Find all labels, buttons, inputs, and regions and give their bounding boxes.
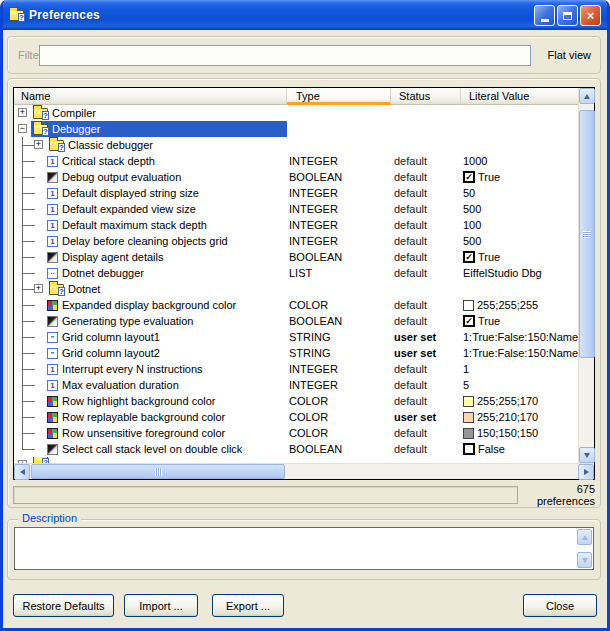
table-row[interactable]: Row unsensitive foreground color COLOR d… [14,425,578,441]
table-row[interactable]: 1 Interrupt every N instructions INTEGER… [14,361,578,377]
row-label[interactable]: Row unsensitive foreground color [62,427,225,439]
table-row[interactable]: Display agent details BOOLEAN default ✓T… [14,249,578,265]
table-row[interactable]: ” Grid column layout1 STRING user set 1:… [14,329,578,345]
name-cell: Debug output evaluation [14,169,287,185]
table-row[interactable]: Row replayable background color COLOR us… [14,409,578,425]
cell-status: default [391,217,461,233]
row-label[interactable]: Critical stack depth [62,155,155,167]
description-scroll-down-button[interactable] [577,552,592,568]
row-label[interactable]: Grid column layout1 [62,331,160,343]
row-label[interactable]: Default expanded view size [62,203,196,215]
table-row[interactable]: 1 Default displayed string size INTEGER … [14,185,578,201]
table-row[interactable]: 1 Max evaluation duration INTEGER defaul… [14,377,578,393]
value-checkbox[interactable] [463,443,475,455]
table-row[interactable]: 1 Delay before cleaning objects grid INT… [14,233,578,249]
horizontal-scroll-track[interactable] [30,464,578,479]
row-main: .. Dotnet debugger [45,265,147,281]
row-label[interactable]: Row replayable background color [62,411,225,423]
table-row[interactable]: ” Grid column layout2 STRING user set 1:… [14,345,578,361]
row-label[interactable]: Default maximum stack depth [62,219,207,231]
cell-type: INTEGER [287,377,391,393]
cell-type [287,105,391,121]
filter-input[interactable] [39,45,531,66]
vertical-scroll-thumb[interactable] [579,110,595,358]
tree-expander[interactable]: + [18,460,27,463]
type-icon: 1 [47,220,58,231]
cell-status: default [391,201,461,217]
flat-view-button[interactable]: Flat view [548,49,591,61]
scroll-down-button[interactable] [579,447,595,463]
cell-value: 5 [461,377,578,393]
column-header-name[interactable]: Name [14,88,287,105]
row-label[interactable]: Classic debugger [68,139,153,151]
value-text: False [478,443,505,455]
column-header-status[interactable]: Status [391,88,461,105]
cell-type: COLOR [287,297,391,313]
row-label[interactable]: Compiler [52,107,96,119]
row-label[interactable]: Default displayed string size [62,187,199,199]
tree-expander[interactable]: + [18,108,27,117]
scroll-left-button[interactable] [14,464,30,480]
description-scrollbar[interactable] [576,528,593,569]
minimize-icon [541,19,549,22]
row-label[interactable]: Max evaluation duration [62,379,179,391]
table-row[interactable]: Row highlight background color COLOR def… [14,393,578,409]
row-label[interactable]: Grid column layout2 [62,347,160,359]
column-header-type[interactable]: Type [287,88,391,105]
vertical-scroll-track[interactable] [579,104,594,447]
close-button[interactable]: × [580,5,601,26]
row-label[interactable]: Expanded display background color [62,299,236,311]
description-scroll-up-button[interactable] [577,529,592,545]
vertical-scrollbar[interactable] [578,88,594,463]
table-row[interactable]: Debug output evaluation BOOLEAN default … [14,169,578,185]
table-row[interactable]: .. Dotnet debugger LIST default EiffelSt… [14,265,578,281]
tree-expander[interactable]: + [34,284,43,293]
grid-panel: Name Type Status Literal Value + ? Compi… [7,78,601,508]
row-label[interactable]: Dotnet [68,283,100,295]
value-text: 1 [463,363,469,375]
row-label[interactable]: Interrupt every N instructions [62,363,203,375]
value-checkbox[interactable]: ✓ [463,171,475,183]
export-button[interactable]: Export ... [212,594,284,617]
scroll-right-button[interactable] [578,464,594,480]
horizontal-scrollbar[interactable] [14,463,594,479]
row-label[interactable]: Row highlight background color [62,395,215,407]
table-row[interactable]: Select call stack level on double click … [14,441,578,457]
type-icon: 1 [47,188,58,199]
table-row[interactable]: + ? Classic debugger [14,137,578,153]
description-textarea[interactable] [14,527,594,570]
row-label[interactable]: Debugger [52,123,100,135]
scroll-up-button[interactable] [579,88,595,104]
maximize-button[interactable] [557,5,578,26]
table-row[interactable]: + ? Compiler [14,105,578,121]
table-row[interactable]: 1 Default expanded view size INTEGER def… [14,201,578,217]
titlebar[interactable]: ? Preferences × [3,0,607,30]
row-label[interactable]: Display agent details [62,251,164,263]
minimize-button[interactable] [534,5,555,26]
type-icon: .. [47,268,58,279]
table-row[interactable]: + ? Dotnet [14,281,578,297]
table-row[interactable]: 1 Critical stack depth INTEGER default 1… [14,153,578,169]
column-header-literal-value[interactable]: Literal Value [461,88,578,105]
close-dialog-button[interactable]: Close [523,594,597,617]
tree-expander[interactable]: + [34,140,43,149]
row-label[interactable]: Dotnet debugger [62,267,144,279]
table-row[interactable]: Generating type evaluation BOOLEAN defau… [14,313,578,329]
cell-type: STRING [287,329,391,345]
row-label[interactable]: Generating type evaluation [62,315,193,327]
table-row[interactable]: − ? Debugger [14,121,578,137]
table-row[interactable]: 1 Default maximum stack depth INTEGER de… [14,217,578,233]
cell-value: False [461,441,578,457]
row-label[interactable]: Delay before cleaning objects grid [62,235,228,247]
horizontal-scroll-thumb[interactable] [31,464,285,479]
row-main: Debug output evaluation [45,169,184,185]
value-checkbox[interactable]: ✓ [463,251,475,263]
tree-expander[interactable]: − [18,124,27,133]
row-label[interactable]: Select call stack level on double click [62,443,242,455]
import-button[interactable]: Import ... [124,594,198,617]
restore-defaults-button[interactable]: Restore Defaults [13,594,114,617]
value-checkbox[interactable]: ✓ [463,315,475,327]
cell-type: COLOR [287,425,391,441]
row-label[interactable]: Debug output evaluation [62,171,181,183]
table-row[interactable]: Expanded display background color COLOR … [14,297,578,313]
